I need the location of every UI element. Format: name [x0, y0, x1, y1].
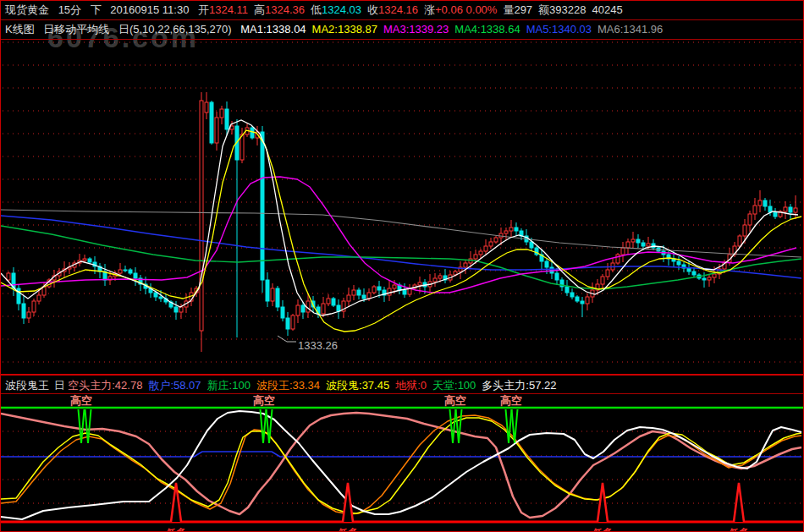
indicator-title[interactable]: 波段鬼王 — [5, 379, 49, 392]
indicator-field-value: 波段王:33.34 — [256, 379, 320, 392]
buy-signal-bottom-label: 低多 — [592, 526, 613, 531]
sell-signal-label: 高空 — [70, 394, 92, 407]
page-indicator[interactable]: 下 — [91, 3, 102, 16]
ma-overlay-label[interactable]: 日移动平均线 — [43, 23, 109, 36]
indicator-field-value: 天堂:100 — [432, 379, 476, 392]
indicator-line-多头主力 — [1, 411, 801, 519]
ma-field-value: MA3:1339.23 — [383, 23, 449, 36]
quote-datetime: 20160915 11:30 — [110, 3, 189, 16]
ma-line-MA2 — [1, 130, 801, 332]
sell-signals-layer: 高空高空高空高空 — [70, 394, 522, 443]
ma-values-bar: K线图 日移动平均线 日(5,10,22,66,135,270) MA1:133… — [1, 20, 803, 38]
quote-field-label: 量 — [503, 3, 514, 16]
sell-signal-label: 高空 — [444, 394, 466, 407]
sell-signal-label: 高空 — [253, 394, 275, 407]
quote-field-value: 393228 — [549, 3, 586, 16]
quote-field-label: 涨 — [424, 3, 435, 16]
symbol-name[interactable]: 现货黄金 — [5, 3, 49, 16]
indicator-field-value: 多头主力:57.22 — [482, 379, 556, 392]
quote-bar: 现货黄金 15分 下 20160915 11:30 开1324.11高1324.… — [1, 1, 803, 19]
ma-line-MA6 — [1, 210, 801, 257]
indicator-series-layer — [1, 411, 801, 519]
ma-field-value: MA6:1341.96 — [597, 23, 663, 36]
quote-field-value: +0.06 0.00% — [435, 3, 497, 16]
quote-field-label: 低 — [311, 3, 322, 16]
ma-field-value: MA5:1340.03 — [526, 23, 592, 36]
buy-signal-bottom-label: 低多 — [338, 526, 358, 531]
quote-field-label: 高 — [254, 3, 265, 16]
indicator-field-value: 地狱:0 — [395, 379, 427, 392]
main-grid-layer — [3, 42, 801, 362]
indicator-field-value: 新庄:100 — [207, 379, 251, 392]
low-price-label: 1333.26 — [298, 339, 338, 352]
chart-canvas[interactable]: 1333.26高空高空高空高空 — [1, 1, 803, 531]
quote-field-value: 1324.11 — [209, 3, 248, 16]
quote-field-value: 297 — [514, 3, 532, 16]
divider-line — [1, 19, 803, 20]
trading-terminal-window: 现货黄金 15分 下 20160915 11:30 开1324.11高1324.… — [0, 0, 804, 532]
chart-type-label[interactable]: K线图 — [5, 23, 35, 36]
indicator-fields: 空头主力:42.78散户:58.07新庄:100波段王:33.34波段鬼:37.… — [68, 379, 562, 392]
candles-layer — [7, 92, 797, 352]
indicator-field-value: 空头主力:42.78 — [68, 379, 142, 392]
indicator-prefix: 日 — [54, 379, 65, 392]
quote-field-value: 40245 — [592, 3, 623, 16]
sell-signal-label: 高空 — [500, 394, 522, 407]
indicator-grid-layer — [1, 408, 803, 522]
indicator-field-value: 散户:58.07 — [148, 379, 201, 392]
signal-labels-strip: 低多低多低多低多 — [1, 525, 803, 531]
divider-line — [1, 39, 803, 40]
ma-params: 日(5,10,22,66,135,270) — [118, 23, 232, 36]
ma-line-MA5 — [1, 216, 801, 278]
quote-field-label: 额 — [538, 3, 549, 16]
buy-signal-bottom-label: 低多 — [729, 526, 749, 531]
quote-field-label: 收 — [367, 3, 378, 16]
ma-lines-layer — [1, 120, 801, 332]
panel-divider — [1, 374, 803, 376]
quote-field-value: 1324.16 — [378, 3, 418, 16]
indicator-field-value: 波段鬼:37.45 — [326, 379, 389, 392]
period-selector[interactable]: 15分 — [58, 3, 81, 16]
quote-field-value: 1324.03 — [322, 3, 361, 16]
divider-line — [1, 393, 803, 394]
quote-fields: 开1324.11高1324.36低1324.03收1324.16涨+0.06 0… — [198, 3, 629, 16]
buy-signals-layer — [171, 483, 744, 522]
ma-field-value: MA4:1338.64 — [454, 23, 520, 36]
ma-fields: MA1:1338.04MA2:1338.87MA3:1339.23MA4:133… — [240, 23, 669, 36]
quote-field-label: 开 — [198, 3, 209, 16]
ma-field-value: MA1:1338.04 — [240, 23, 306, 36]
ma-field-value: MA2:1338.87 — [312, 23, 377, 36]
price-annotation: 1333.26 — [278, 336, 338, 352]
indicator-bar: 波段鬼王 日 空头主力:42.78散户:58.07新庄:100波段王:33.34… — [1, 376, 803, 394]
indicator-line-波段王 — [1, 415, 801, 514]
buy-signal-bottom-label: 低多 — [166, 526, 186, 531]
quote-field-value: 1324.36 — [265, 3, 305, 16]
